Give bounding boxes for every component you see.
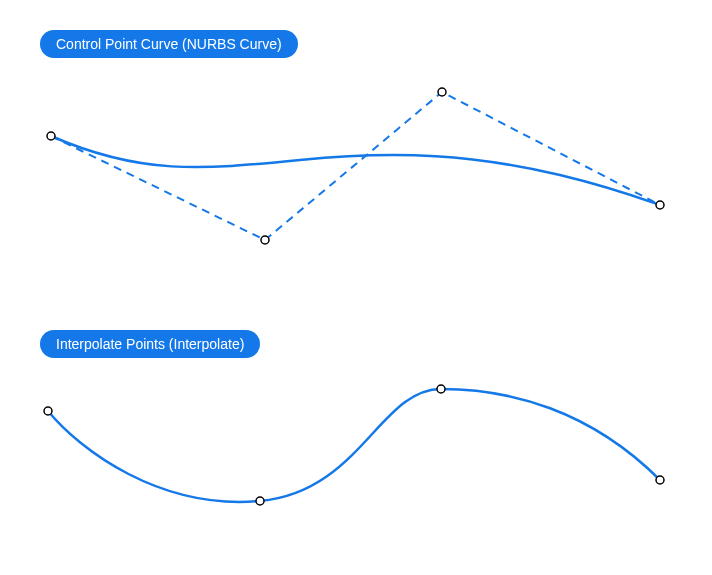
- control-point-marker: [656, 201, 664, 209]
- interpolate-curve: [48, 389, 660, 502]
- interpolate-point-marker: [44, 407, 52, 415]
- nurbs-label: Control Point Curve (NURBS Curve): [40, 30, 298, 58]
- interpolate-label: Interpolate Points (Interpolate): [40, 330, 260, 358]
- interpolate-point-marker: [256, 497, 264, 505]
- interpolate-point-marker: [656, 476, 664, 484]
- interpolate-point-marker: [437, 385, 445, 393]
- interpolate-points: [44, 385, 664, 505]
- control-point-marker: [47, 132, 55, 140]
- nurbs-control-points: [47, 88, 664, 244]
- nurbs-curve: [51, 136, 660, 205]
- control-point-marker: [438, 88, 446, 96]
- diagram-canvas: [0, 0, 712, 575]
- control-point-marker: [261, 236, 269, 244]
- nurbs-control-polygon: [51, 92, 660, 240]
